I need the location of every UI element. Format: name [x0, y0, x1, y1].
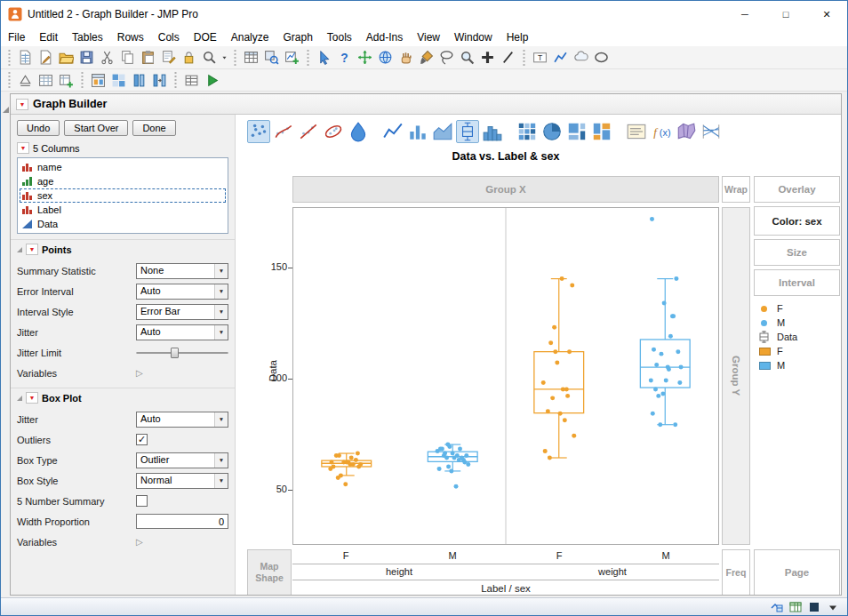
- element-area-icon[interactable]: [431, 120, 454, 143]
- points-red-triangle-icon[interactable]: [26, 244, 38, 255]
- zone-group-x[interactable]: Group X: [292, 176, 719, 203]
- element-heatmap-icon[interactable]: [516, 120, 539, 143]
- box-plot-red-triangle-icon[interactable]: [26, 392, 38, 404]
- zone-map-shape[interactable]: Map Shape: [247, 549, 292, 595]
- legend-item-f[interactable]: F: [759, 344, 797, 358]
- help-tool-icon[interactable]: ?: [334, 47, 355, 68]
- globe-tool-icon[interactable]: [375, 47, 396, 68]
- undo-button[interactable]: Undo: [17, 120, 60, 136]
- paste-icon[interactable]: [138, 47, 158, 68]
- search-icon[interactable]: [199, 47, 220, 68]
- zone-overlay[interactable]: Overlay: [754, 176, 840, 203]
- window-tool-icon[interactable]: [88, 70, 108, 91]
- toolbar-grip[interactable]: [522, 50, 526, 66]
- points-disclosure-icon[interactable]: [17, 247, 22, 252]
- variables-disclosure-icon[interactable]: ▷: [136, 368, 143, 378]
- toolbar-grip[interactable]: [80, 72, 84, 88]
- maximize-button[interactable]: □: [765, 1, 806, 28]
- caret-icon[interactable]: [220, 47, 229, 68]
- zone-color[interactable]: Color: sex: [754, 206, 840, 236]
- open-icon[interactable]: [56, 47, 76, 68]
- outline-tool-icon[interactable]: [15, 70, 36, 91]
- dropdown-caret-icon[interactable]: [214, 325, 228, 340]
- dropdown-caret-icon[interactable]: [214, 453, 228, 468]
- titlebar[interactable]: Untitled 2 - Graph Builder - JMP Pro ─□✕: [1, 1, 847, 28]
- menu-edit[interactable]: Edit: [32, 29, 65, 45]
- start-over-button[interactable]: Start Over: [64, 120, 128, 136]
- run-script-tool-icon[interactable]: [202, 70, 222, 91]
- cut-icon[interactable]: [97, 47, 117, 68]
- column-data[interactable]: Data: [20, 217, 226, 231]
- home-window-icon[interactable]: [770, 600, 784, 614]
- menu-tools[interactable]: Tools: [320, 29, 359, 45]
- outliers-checkbox[interactable]: [136, 434, 148, 445]
- brush-tool-icon[interactable]: [416, 47, 436, 68]
- variables-disclosure-icon[interactable]: ▷: [136, 537, 143, 547]
- width-proportion-input[interactable]: 0: [136, 514, 228, 529]
- table-add-tool-icon[interactable]: [56, 70, 76, 91]
- toolbar-grip[interactable]: [7, 72, 12, 88]
- columns-stack-tool-icon[interactable]: [129, 70, 149, 91]
- element-line-icon[interactable]: [381, 120, 404, 143]
- element-points-icon[interactable]: [247, 120, 270, 143]
- interval-style-dropdown[interactable]: Error Bar: [136, 304, 228, 320]
- element-caption-box-icon[interactable]: [625, 120, 648, 143]
- box-plot-disclosure-icon[interactable]: [17, 396, 22, 401]
- crosshair-tool-icon[interactable]: [355, 47, 375, 68]
- scroller-tool-icon[interactable]: [498, 47, 518, 68]
- toolbar-grip[interactable]: [306, 50, 310, 66]
- x-axis-label[interactable]: Label / sex: [292, 580, 719, 595]
- menu-graph[interactable]: Graph: [276, 29, 319, 45]
- graph-builder-red-triangle-icon[interactable]: [16, 99, 28, 110]
- slider-thumb[interactable]: [171, 348, 179, 358]
- column-sex[interactable]: sex: [20, 188, 226, 203]
- outline-open-icon[interactable]: [3, 107, 9, 113]
- menu-window[interactable]: Window: [447, 29, 500, 45]
- caption-tool-icon[interactable]: T: [530, 47, 550, 68]
- menu-rows[interactable]: Rows: [110, 29, 151, 45]
- close-button[interactable]: ✕: [806, 1, 847, 28]
- column-age[interactable]: age: [20, 174, 226, 188]
- legend-item-m[interactable]: M: [759, 316, 797, 330]
- tabulate-tool-icon[interactable]: [181, 70, 202, 91]
- legend-item-f[interactable]: F: [759, 301, 797, 316]
- copy-icon[interactable]: [117, 47, 138, 68]
- menu-view[interactable]: View: [410, 29, 447, 45]
- error-interval-dropdown[interactable]: Auto: [136, 284, 228, 300]
- lock-icon[interactable]: [179, 47, 199, 68]
- element-smoother-icon[interactable]: [272, 120, 295, 143]
- done-button[interactable]: Done: [132, 120, 175, 136]
- jitter-limit-slider[interactable]: [136, 346, 228, 360]
- summary-statistic-dropdown[interactable]: None: [136, 263, 228, 279]
- 5-number-summary-checkbox[interactable]: [136, 495, 148, 507]
- legend-item-data[interactable]: Data: [759, 330, 797, 344]
- new-data-table-icon[interactable]: [15, 47, 36, 68]
- box-style-dropdown[interactable]: Normal: [136, 473, 228, 489]
- grid-tool-icon[interactable]: [36, 70, 56, 91]
- element-mosaic-icon[interactable]: [590, 120, 613, 143]
- menu-add-ins[interactable]: Add-Ins: [359, 29, 410, 45]
- plot-area[interactable]: [292, 207, 719, 545]
- polyline-tool-icon[interactable]: [550, 47, 571, 68]
- menu-file[interactable]: File: [1, 29, 32, 45]
- lasso-tool-icon[interactable]: [436, 47, 457, 68]
- toolbar-grip[interactable]: [7, 50, 12, 66]
- new-journal-icon[interactable]: [36, 47, 56, 68]
- data-table-icon[interactable]: [788, 600, 803, 614]
- square-icon[interactable]: [807, 600, 821, 614]
- caret-down-icon[interactable]: [826, 600, 840, 614]
- element-line-of-fit-icon[interactable]: [297, 120, 320, 143]
- dropdown-caret-icon[interactable]: [214, 264, 228, 278]
- magnifier-tool-icon[interactable]: [457, 47, 477, 68]
- element-treemap-icon[interactable]: [565, 120, 588, 143]
- menu-help[interactable]: Help: [500, 29, 536, 45]
- column-label[interactable]: Label: [20, 203, 226, 217]
- query-builder-icon[interactable]: [261, 47, 282, 68]
- columns-split-tool-icon[interactable]: [149, 70, 170, 91]
- element-formula-icon[interactable]: f(x): [650, 120, 673, 143]
- dropdown-caret-icon[interactable]: [214, 284, 228, 299]
- zone-interval[interactable]: Interval: [754, 269, 840, 296]
- element-parallel-icon[interactable]: [700, 120, 723, 143]
- zone-wrap[interactable]: Wrap: [722, 176, 750, 203]
- element-bar-icon[interactable]: [406, 120, 429, 143]
